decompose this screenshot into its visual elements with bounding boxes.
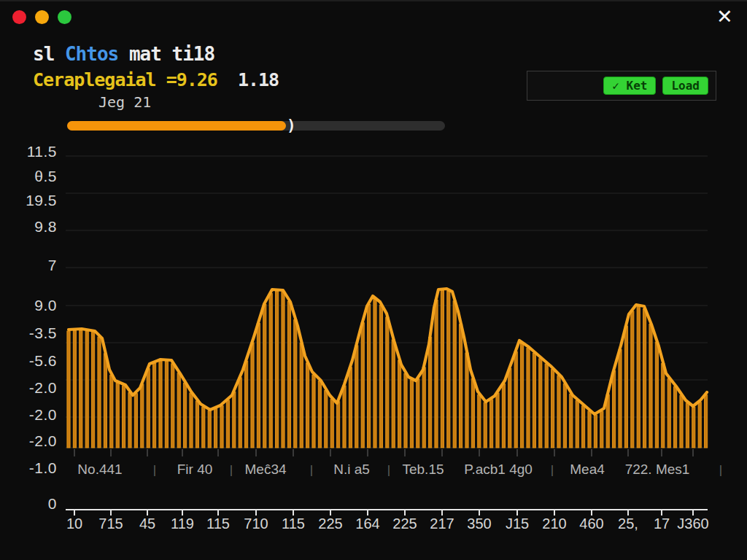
bar xyxy=(368,305,371,448)
bar xyxy=(330,400,333,448)
bar xyxy=(123,386,125,448)
x-group-separator: | xyxy=(719,463,722,478)
bar xyxy=(527,348,530,448)
x-tick-label: 225 xyxy=(318,516,342,532)
bar xyxy=(649,324,652,448)
bar xyxy=(251,343,254,448)
bar xyxy=(429,338,432,448)
y-axis-label: -1.0 xyxy=(0,459,57,477)
x-tick-label: 217 xyxy=(430,516,454,532)
bar xyxy=(545,364,548,448)
y-axis-label: 9.0 xyxy=(0,297,57,314)
bar xyxy=(306,363,309,448)
x-tick-label: 225 xyxy=(392,516,417,532)
x-group-label: 722. Mes1 xyxy=(625,462,690,478)
bar xyxy=(92,332,95,448)
bar xyxy=(361,323,364,448)
bar xyxy=(588,411,591,448)
bar xyxy=(171,364,174,448)
bar xyxy=(514,351,517,448)
bar xyxy=(471,378,474,448)
y-axis-origin-label: 0 xyxy=(0,495,57,513)
bar xyxy=(202,407,205,448)
bar xyxy=(263,305,266,448)
bar xyxy=(551,370,554,448)
x-tick-label: 350 xyxy=(467,516,491,532)
bar xyxy=(460,324,462,448)
bar xyxy=(128,392,131,448)
x-tick-label: 710 xyxy=(244,516,268,532)
bar xyxy=(557,376,560,448)
x-group-separator: | xyxy=(387,463,390,478)
bar xyxy=(349,368,352,448)
y-axis-label: -5.6 xyxy=(0,352,57,370)
bar xyxy=(165,362,168,448)
x-tick-label: J15 xyxy=(506,516,529,532)
bar xyxy=(502,384,505,448)
bar xyxy=(613,371,616,448)
bar xyxy=(680,395,683,448)
y-axis-label: 9.8 xyxy=(0,218,57,236)
bar xyxy=(147,369,150,448)
bar xyxy=(631,311,634,448)
x-tick-label: 210 xyxy=(542,516,566,532)
x-tick-label: 10 xyxy=(66,516,82,532)
bar xyxy=(674,386,677,448)
bar xyxy=(226,400,229,448)
bar xyxy=(85,331,88,448)
x-tick-label: 460 xyxy=(579,516,603,532)
bar xyxy=(539,359,542,448)
bar xyxy=(692,407,695,448)
bar xyxy=(655,342,658,448)
x-group-label: P.acb1 4g0 xyxy=(464,462,533,478)
x-group-label: Meĉ34 xyxy=(244,462,286,478)
x-tick-label: 115 xyxy=(206,516,230,532)
bar xyxy=(478,394,481,448)
bar xyxy=(110,375,113,448)
bar xyxy=(484,402,487,448)
bar xyxy=(300,343,303,448)
bar xyxy=(294,319,297,448)
bar xyxy=(404,373,407,448)
bar xyxy=(705,395,708,448)
bar xyxy=(667,378,670,448)
bar xyxy=(563,384,566,448)
bar xyxy=(619,350,622,448)
bar xyxy=(318,381,321,448)
bar xyxy=(80,330,82,448)
bar xyxy=(624,326,627,448)
bar xyxy=(392,340,395,448)
bar xyxy=(184,383,187,448)
bar xyxy=(417,379,419,448)
y-axis-label: -2.0 xyxy=(0,406,57,424)
bar xyxy=(141,384,144,448)
bar xyxy=(508,369,511,448)
y-axis-label: θ.5 xyxy=(0,168,57,185)
bar xyxy=(355,346,358,448)
bar xyxy=(98,337,101,448)
bar xyxy=(435,300,438,448)
bar xyxy=(533,353,535,448)
bar xyxy=(159,361,162,448)
bar xyxy=(287,301,290,448)
bar xyxy=(134,394,137,448)
bar xyxy=(245,361,248,448)
bar xyxy=(698,402,701,448)
x-tick-label: 119 xyxy=(171,516,194,532)
bar xyxy=(582,406,585,448)
bar xyxy=(379,306,382,448)
x-group-label: N.i a5 xyxy=(333,462,370,478)
x-group-separator: | xyxy=(153,463,156,478)
bar xyxy=(521,344,524,448)
x-group-separator: | xyxy=(230,463,233,478)
bar xyxy=(662,364,665,448)
bar xyxy=(214,409,217,448)
x-group-separator: | xyxy=(551,463,554,478)
x-tick-label: 164 xyxy=(355,516,379,532)
x-tick-label: 17 xyxy=(654,516,670,532)
bar xyxy=(233,392,236,448)
x-tick-label: J360 xyxy=(677,516,708,532)
bar xyxy=(570,394,573,448)
bar xyxy=(465,353,468,448)
bar xyxy=(269,293,272,448)
